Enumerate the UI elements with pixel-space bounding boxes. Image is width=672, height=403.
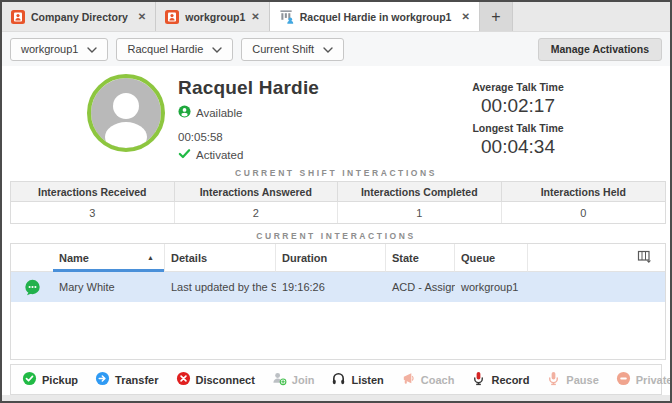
tab-label: workgroup1: [185, 11, 245, 23]
transfer-arrow-icon: [95, 371, 110, 388]
pause-button: Pause: [546, 371, 598, 388]
stat-value-average: 00:02:17: [452, 95, 584, 117]
available-status-icon: [178, 105, 191, 120]
status-row: Available: [178, 105, 319, 120]
chat-icon: [11, 272, 53, 302]
column-header: Interactions Held: [502, 182, 666, 202]
column-header-name[interactable]: Name ▲: [53, 244, 165, 272]
interactions-header-row: Name ▲ Details Duration State Queue: [11, 244, 665, 272]
column-header-state[interactable]: State: [386, 244, 455, 272]
record-button[interactable]: Record: [471, 371, 529, 388]
column-picker-button[interactable]: [623, 244, 665, 272]
current-interactions-table: Name ▲ Details Duration State Queue Mary…: [10, 243, 666, 360]
shift-dropdown-value: Current Shift: [252, 43, 314, 55]
close-icon[interactable]: ✕: [461, 11, 469, 22]
stat-label-longest: Longest Talk Time: [452, 122, 584, 134]
action-label: Private: [636, 374, 672, 386]
action-label: Listen: [351, 374, 383, 386]
chevron-down-icon: [212, 43, 222, 55]
cell-duration: 19:16:26: [276, 272, 386, 302]
action-label: Pause: [566, 374, 598, 386]
cell-state: ACD - Assign...: [386, 272, 455, 302]
private-button: Private: [616, 371, 672, 388]
bottom-strip: [2, 395, 670, 401]
join-button: Join: [272, 371, 315, 388]
directory-icon: [11, 10, 25, 24]
sort-ascending-icon: ▲: [147, 254, 158, 261]
stat-value-longest: 00:04:34: [452, 136, 584, 158]
status-label: Available: [196, 107, 242, 119]
cell-details: Last updated by the Syste: [165, 272, 276, 302]
agent-name: Racquel Hardie: [178, 77, 319, 99]
tab-company-directory[interactable]: Company Directory ✕: [2, 2, 156, 31]
stat-label-average: Average Talk Time: [452, 81, 584, 93]
new-tab-button[interactable]: +: [480, 2, 513, 31]
agent-stats-icon: [279, 9, 294, 24]
pickup-button[interactable]: Pickup: [22, 371, 78, 388]
current-interactions-title: CURRENT INTERACTIONS: [2, 231, 670, 241]
supervisor-window: Company Directory ✕ workgroup1 ✕ Racquel…: [0, 0, 672, 403]
activation-label: Activated: [196, 149, 243, 161]
agent-dropdown-value: Racquel Hardie: [127, 43, 203, 55]
cell-name: Mary White: [53, 272, 165, 302]
filter-toolbar: workgroup1 Racquel Hardie Current Shift …: [2, 32, 670, 66]
transfer-button[interactable]: Transfer: [95, 371, 158, 388]
directory-icon: [165, 10, 179, 24]
shift-dropdown[interactable]: Current Shift: [241, 38, 344, 61]
tab-agent-detail[interactable]: Racquel Hardie in workgroup1 ✕: [270, 2, 480, 31]
mic-pause-icon: [546, 371, 561, 388]
close-icon[interactable]: ✕: [251, 11, 259, 22]
tab-bar: Company Directory ✕ workgroup1 ✕ Racquel…: [2, 2, 670, 32]
column-header: Interactions Answered: [175, 182, 339, 202]
action-label: Record: [491, 374, 529, 386]
check-icon: [178, 147, 191, 162]
coach-button: Coach: [401, 371, 455, 388]
tab-label: Company Directory: [31, 11, 128, 23]
column-header-label: Name: [59, 252, 89, 264]
listen-button[interactable]: Listen: [331, 371, 383, 388]
talk-time-stats: Average Talk Time 00:02:17 Longest Talk …: [452, 81, 584, 163]
avatar: [86, 73, 166, 153]
column-header-duration[interactable]: Duration: [276, 244, 386, 272]
pickup-check-icon: [22, 371, 37, 388]
action-label: Transfer: [115, 374, 158, 386]
cell-queue: workgroup1: [455, 272, 528, 302]
sorted-column-indicator: [53, 269, 164, 272]
agent-dropdown[interactable]: Racquel Hardie: [116, 38, 233, 61]
chevron-down-icon: [323, 43, 333, 55]
disconnect-button[interactable]: Disconnect: [176, 371, 255, 388]
icon-column-header: [11, 244, 53, 272]
stat-cell: 2: [175, 202, 339, 223]
shift-table-header: Interactions Received Interactions Answe…: [11, 182, 665, 202]
column-header-details[interactable]: Details: [165, 244, 276, 272]
action-label: Coach: [421, 374, 455, 386]
chevron-down-icon: [87, 43, 97, 55]
column-header-queue[interactable]: Queue: [455, 244, 528, 272]
column-header: Interactions Received: [11, 182, 175, 202]
shift-interactions-table: Interactions Received Interactions Answe…: [10, 181, 666, 224]
join-person-plus-icon: [272, 371, 287, 388]
microphone-icon: [471, 371, 486, 388]
interaction-action-bar: Pickup Transfer Disconnect Join Listen C…: [10, 364, 662, 395]
tab-label: Racquel Hardie in workgroup1: [300, 11, 452, 23]
stat-cell: 3: [11, 202, 175, 223]
activation-row: Activated: [178, 147, 319, 162]
agent-profile-section: Racquel Hardie Available 00:05:58 Activa…: [2, 66, 670, 166]
action-label: Pickup: [42, 374, 78, 386]
tab-workgroup1[interactable]: workgroup1 ✕: [156, 2, 269, 31]
headphones-icon: [331, 371, 346, 388]
agent-info: Racquel Hardie Available 00:05:58 Activa…: [178, 77, 319, 162]
action-label: Join: [292, 374, 315, 386]
workgroup-dropdown-value: workgroup1: [21, 43, 78, 55]
action-label: Disconnect: [196, 374, 255, 386]
close-icon[interactable]: ✕: [138, 11, 146, 22]
cell-filler: [528, 272, 623, 302]
column-header: Interactions Completed: [338, 182, 502, 202]
shift-interactions-title: CURRENT SHIFT INTERACTIONS: [2, 168, 670, 178]
megaphone-icon: [401, 371, 416, 388]
workgroup-dropdown[interactable]: workgroup1: [10, 38, 108, 61]
manage-activations-button[interactable]: Manage Activations: [538, 38, 662, 61]
shift-table-values: 3 2 1 0: [11, 202, 665, 223]
interaction-row[interactable]: Mary White Last updated by the Syste 19:…: [11, 272, 665, 302]
minus-circle-icon: [616, 371, 631, 388]
